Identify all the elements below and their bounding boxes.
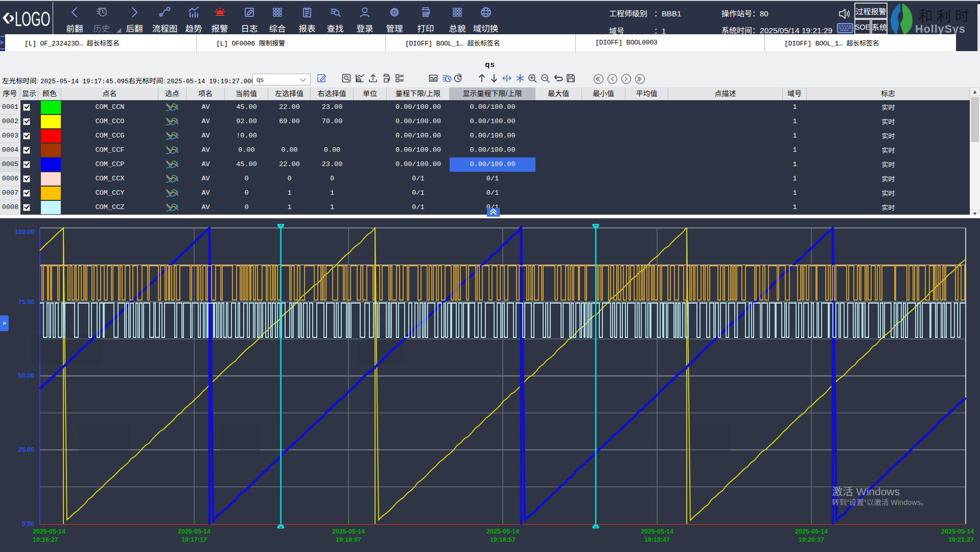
svg-text:19:21:27: 19:21:27 <box>948 536 974 543</box>
svg-text:2025-05-14: 2025-05-14 <box>33 528 65 535</box>
svg-text:100.00: 100.00 <box>15 228 34 236</box>
svg-text:19:18:57: 19:18:57 <box>490 536 516 543</box>
svg-text:19:20:37: 19:20:37 <box>799 536 824 543</box>
svg-text:19:19:47: 19:19:47 <box>644 536 670 543</box>
svg-text:75.00: 75.00 <box>18 298 34 306</box>
svg-text:2025-05-14: 2025-05-14 <box>486 528 519 535</box>
svg-text:2025-05-14: 2025-05-14 <box>641 528 673 535</box>
svg-text:2025-05-14: 2025-05-14 <box>795 528 828 535</box>
svg-text:50.00: 50.00 <box>18 372 34 379</box>
svg-text:2025-05-14: 2025-05-14 <box>332 528 365 535</box>
svg-text:19:16:27: 19:16:27 <box>33 536 58 543</box>
svg-text:0.00: 0.00 <box>22 520 34 527</box>
svg-text:19:18:07: 19:18:07 <box>336 536 361 543</box>
svg-text:19:17:17: 19:17:17 <box>181 536 207 543</box>
svg-text:25.00: 25.00 <box>18 446 34 453</box>
svg-text:2025-05-14: 2025-05-14 <box>178 528 211 535</box>
svg-text:2025-05-14: 2025-05-14 <box>941 528 974 535</box>
